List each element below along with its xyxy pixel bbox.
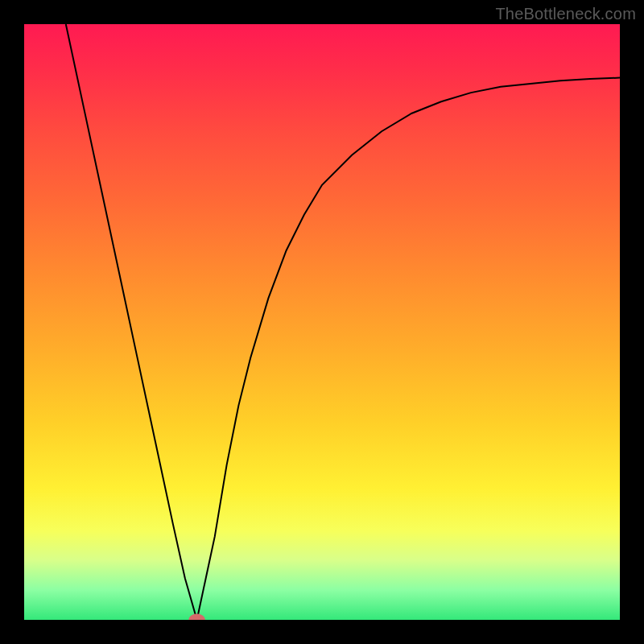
bottleneck-curve-path: [66, 24, 620, 620]
trough-marker-shape: [188, 614, 205, 620]
curve-svg: [24, 24, 620, 620]
chart-container: TheBottleneck.com: [0, 0, 644, 644]
plot-area: [24, 24, 620, 620]
watermark-text: TheBottleneck.com: [495, 5, 636, 23]
